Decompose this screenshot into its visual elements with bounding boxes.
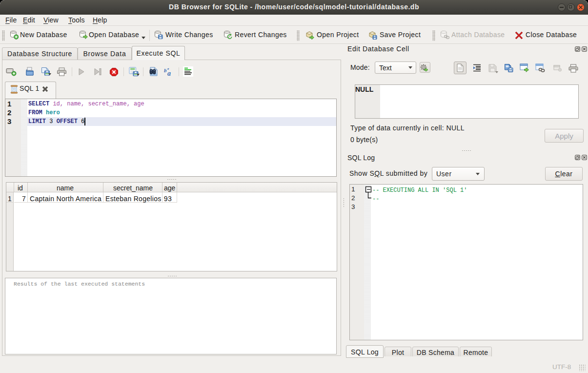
svg-text:a: a [167, 70, 171, 77]
svg-text:b: b [164, 67, 167, 73]
